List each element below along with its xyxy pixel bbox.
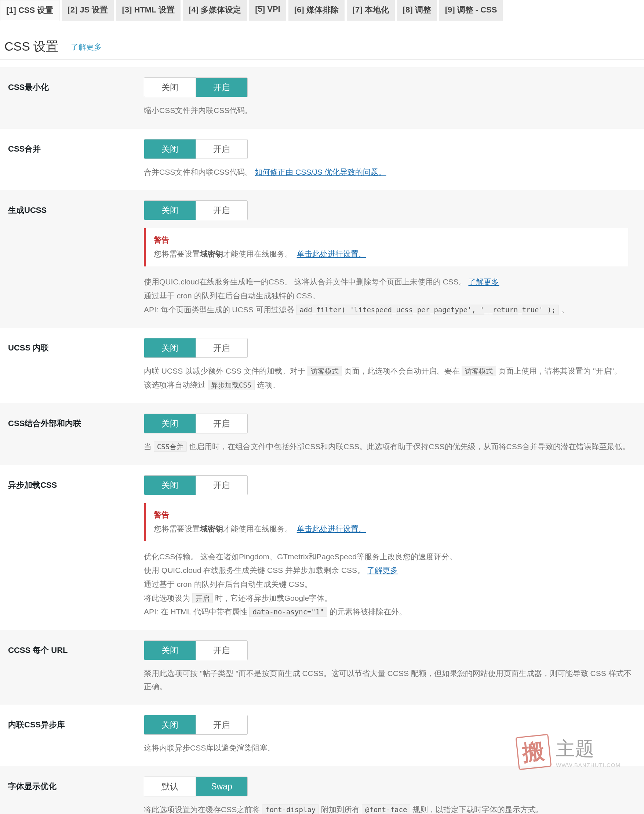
toggle-swap[interactable]: Swap [196,777,247,796]
setting-label: 生成UCSS [8,200,144,316]
desc-text: 时，它还将异步加载Google字体。 [215,594,333,602]
setting-desc: 合并CSS文件和内联CSS代码。 如何修正由 CSS/JS 优化导致的问题。 [144,166,636,179]
warning-box: 警告 您将需要设置域密钥才能使用在线服务。 单击此处进行设置。 [144,228,628,267]
warning-text: 您将需要设置 [154,250,200,258]
desc-text: 将此选项设置为在缓存CSS之前将 [144,805,260,814]
desc-text: 页面，此选项不会自动开启。要在 [344,366,460,375]
tab-js[interactable]: [2] JS 设置 [62,0,114,21]
setting-desc: 禁用此选项可按 "帖子类型 "而不是按页面生成 CCSS。这可以节省大量 CCS… [144,667,636,693]
toggle-on[interactable]: 开启 [196,476,247,495]
desc-text: 规则，以指定下载时字体的显示方式。 [412,805,543,814]
setting-font-display: 字体显示优化 默认 Swap 将此选项设置为在缓存CSS之前将 font-dis… [0,766,644,814]
tab-localization[interactable]: [7] 本地化 [347,0,395,21]
toggle-off[interactable]: 关闭 [144,201,196,220]
toggle-off[interactable]: 关闭 [144,715,196,734]
warning-bold: 域密钥 [200,250,223,258]
toggle: 关闭 开启 [144,139,248,159]
learn-more-link[interactable]: 了解更多 [367,566,398,574]
toggle: 关闭 开启 [144,414,248,434]
code-snippet: @font-face [362,805,410,814]
warning-setup-link[interactable]: 单击此处进行设置。 [297,250,366,258]
toggle-default[interactable]: 默认 [144,777,196,796]
toggle-on[interactable]: 开启 [196,78,247,97]
toggle-off[interactable]: 关闭 [144,414,196,433]
toggle: 关闭 开启 [144,200,248,220]
tab-media-exclude[interactable]: [6] 媒体排除 [288,0,345,21]
desc-text: API: 每个页面类型生成的 UCSS 可用过滤器 [144,305,294,314]
learn-more-link[interactable]: 了解更多 [468,277,499,286]
desc-text: 通过基于 cron 的队列在后台自动生成独特的 CSS。 [144,289,636,302]
setting-label: CSS合并 [8,139,144,179]
setting-label: CSS最小化 [8,77,144,117]
code-snippet: 访客模式 [308,366,342,376]
setting-label: 字体显示优化 [8,777,144,814]
desc-text: 将此选项设为 [144,594,190,602]
code-snippet: 异步加载CSS [208,380,255,390]
tab-tuning-css[interactable]: [9] 调整 - CSS [439,0,503,21]
toggle-on[interactable]: 开启 [196,641,247,660]
toggle-off[interactable]: 关闭 [144,338,196,357]
desc-text: 当 [144,442,152,451]
toggle-on[interactable]: 开启 [196,414,247,433]
desc-text: 该选项将自动绕过 [144,380,205,389]
tab-bar: [1] CSS 设置 [2] JS 设置 [3] HTML 设置 [4] 多媒体… [0,0,644,21]
desc-text: 通过基于 cron 的队列在后台自动生成关键 CSS。 [144,578,636,591]
code-snippet: 开启 [192,593,213,603]
toggle-on[interactable]: 开启 [196,338,247,357]
learn-more-link[interactable]: 了解更多 [71,43,102,51]
tab-html[interactable]: [3] HTML 设置 [116,0,181,21]
setting-css-ext-inline: CSS结合外部和内联 关闭 开启 当 CSS合并 也启用时，在组合文件中包括外部… [0,403,644,465]
desc-text: 合并CSS文件和内联CSS代码。 [144,168,253,176]
warning-box: 警告 您将需要设置域密钥才能使用在线服务。 单击此处进行设置。 [144,503,628,541]
code-snippet: data-no-async="1" [249,607,327,617]
toggle: 默认 Swap [144,777,248,796]
warning-title: 警告 [154,235,620,245]
code-snippet: CSS合并 [154,441,187,452]
tab-vpi[interactable]: [5] VPI [249,0,286,21]
desc-text: 使用QUIC.cloud在线服务生成唯一的CSS。 这将从合并文件中删除每个页面… [144,277,466,286]
page-header: CSS 设置 了解更多 [0,21,644,60]
setting-desc: 将此选项设置为在缓存CSS之前将 font-display 附加到所有 @fon… [144,803,636,814]
tab-media[interactable]: [4] 多媒体设定 [183,0,247,21]
setting-desc: 优化CSS传输。 这会在诸如Pingdom、GTmetrix和PageSpeed… [144,550,636,618]
toggle: 关闭 开启 [144,475,248,495]
setting-css-combine: CSS合并 关闭 开启 合并CSS文件和内联CSS代码。 如何修正由 CSS/J… [0,129,644,190]
toggle: 关闭 开启 [144,338,248,358]
toggle-off[interactable]: 关闭 [144,139,196,159]
desc-text: 使用 QUIC.cloud 在线服务生成关键 CSS 并异步加载剩余 CSS。 [144,566,365,574]
setting-css-min: CSS最小化 关闭 开启 缩小CSS文件并内联CSS代码。 [0,67,644,129]
desc-text: 。 [561,305,569,314]
toggle-on[interactable]: 开启 [196,715,247,734]
toggle-on[interactable]: 开启 [196,201,247,220]
page-title: CSS 设置 [5,38,58,55]
warning-text: 才能使用在线服务。 [223,524,293,533]
toggle-on[interactable]: 开启 [196,139,247,159]
tab-tuning[interactable]: [8] 调整 [397,0,437,21]
setting-label: CCSS 每个 URL [8,641,144,693]
warning-bold: 域密钥 [200,524,223,533]
tab-css[interactable]: [1] CSS 设置 [0,0,60,21]
setting-label: CSS结合外部和内联 [8,414,144,453]
warning-setup-link[interactable]: 单击此处进行设置。 [297,524,366,533]
warning-text: 您将需要设置 [154,524,200,533]
setting-desc: 缩小CSS文件并内联CSS代码。 [144,104,636,117]
toggle-off[interactable]: 关闭 [144,641,196,660]
setting-ucss: 生成UCSS 关闭 开启 警告 您将需要设置域密钥才能使用在线服务。 单击此处进… [0,190,644,328]
setting-desc: 内联 UCSS 以减少额外 CSS 文件的加载。对于 访客模式 页面，此选项不会… [144,365,636,391]
desc-text: API: 在 HTML 代码中带有属性 [144,607,247,616]
code-snippet: font-display [262,805,319,814]
desc-text: 选项。 [257,380,280,389]
code-snippet: add_filter( 'litespeed_ucss_per_pagetype… [296,305,559,315]
fix-issues-link[interactable]: 如何修正由 CSS/JS 优化导致的问题。 [255,168,386,176]
toggle-off[interactable]: 关闭 [144,78,196,97]
setting-label: UCSS 内联 [8,338,144,391]
toggle-off[interactable]: 关闭 [144,476,196,495]
desc-text: 内联 UCSS 以减少额外 CSS 文件的加载。对于 [144,366,305,375]
setting-desc: 使用QUIC.cloud在线服务生成唯一的CSS。 这将从合并文件中删除每个页面… [144,275,636,316]
toggle: 关闭 开启 [144,715,248,735]
desc-text: 的元素将被排除在外。 [330,607,406,616]
settings-panel: CSS最小化 关闭 开启 缩小CSS文件并内联CSS代码。 CSS合并 关闭 开… [0,60,644,814]
toggle: 关闭 开启 [144,77,248,97]
setting-ccss-per-url: CCSS 每个 URL 关闭 开启 禁用此选项可按 "帖子类型 "而不是按页面生… [0,630,644,705]
setting-desc: 这将内联异步CSS库以避免渲染阻塞。 [144,741,636,754]
